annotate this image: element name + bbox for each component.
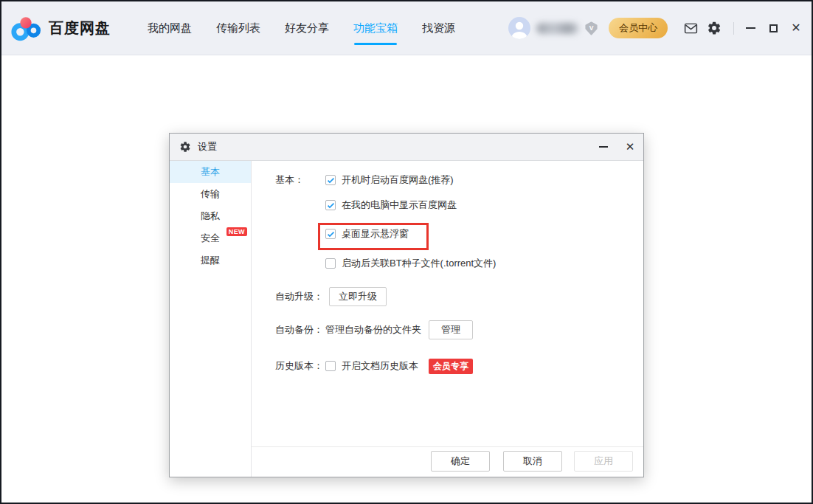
option-label: 桌面显示悬浮窗 [342,227,409,241]
option-label: 开启文档历史版本 [342,359,418,373]
option-row-doc-history[interactable]: 开启文档历史版本 会员专享 [325,359,473,373]
dialog-minimize-button[interactable] [590,134,617,160]
checkmark-icon [327,230,335,238]
content-background: 设置 ✕ 基本 传输 隐私 安全NEW 提醒 基本： [1,55,812,503]
topbar-right-cluster: V 会员中心 ✕ [508,17,803,39]
dialog-close-icon: ✕ [626,140,635,153]
nav-find-resources[interactable]: 找资源 [422,1,455,55]
window-close-button[interactable]: ✕ [789,21,803,35]
app-title: 百度网盘 [49,18,111,38]
nav-my-drive[interactable]: 我的网盘 [148,1,192,55]
checkbox-show-in-mycomputer[interactable] [325,200,336,210]
sidebar-item-label: 安全 [201,232,220,244]
dialog-minimize-icon [599,146,608,148]
manage-button[interactable]: 管理 [429,320,473,339]
mail-icon[interactable] [682,20,699,36]
option-label: 启动后关联BT种子文件(.torrent文件) [342,257,496,270]
checkbox-autostart[interactable] [325,175,336,185]
apply-button[interactable]: 应用 [574,451,633,472]
checkbox-desktop-float-window[interactable] [325,229,336,239]
main-nav: 我的网盘 传输列表 好友分享 功能宝箱 找资源 [148,1,455,55]
settings-sidebar: 基本 传输 隐私 安全NEW 提醒 [170,161,252,477]
ok-button[interactable]: 确定 [431,451,490,472]
vip-level-icon[interactable]: V [584,21,598,35]
upgrade-now-button[interactable]: 立即升级 [329,287,387,306]
settings-dialog: 设置 ✕ 基本 传输 隐私 安全NEW 提醒 基本： [169,133,644,477]
minimize-icon [746,27,755,29]
dialog-titlebar: 设置 ✕ [170,134,643,161]
footer-divider [252,446,643,447]
option-row-autostart[interactable]: 开机时启动百度网盘(推荐) [325,173,454,187]
topbar-divider [733,22,734,35]
checkmark-icon [327,176,335,184]
basic-section-label: 基本： [275,173,304,187]
person-icon [508,17,530,39]
dialog-title: 设置 [198,140,590,153]
maximize-icon [769,24,778,32]
option-row-bt-association[interactable]: 启动后关联BT种子文件(.torrent文件) [325,256,496,271]
sidebar-item-privacy[interactable]: 隐私 [170,205,251,227]
dialog-close-button[interactable]: ✕ [617,134,643,160]
window-minimize-button[interactable] [744,21,757,35]
checkbox-doc-history[interactable] [325,361,336,371]
option-label: 在我的电脑中显示百度网盘 [342,199,457,212]
window-maximize-button[interactable] [767,21,780,35]
option-label: 开机时启动百度网盘(推荐) [342,173,454,187]
settings-content: 基本： 开机时启动百度网盘(推荐) 在我的电脑中显示百度网盘 [252,161,643,477]
top-bar: 百度网盘 我的网盘 传输列表 好友分享 功能宝箱 找资源 V 会员中心 [1,1,812,55]
cancel-button[interactable]: 取消 [503,451,562,472]
nav-friend-share[interactable]: 好友分享 [285,1,329,55]
sidebar-item-reminder[interactable]: 提醒 [170,249,251,272]
new-badge: NEW [226,227,247,236]
avatar[interactable] [508,17,530,39]
option-row-desktop-float-window[interactable]: 桌面显示悬浮窗 [325,227,409,241]
close-icon: ✕ [791,22,800,34]
dialog-gear-icon [179,141,191,153]
nav-transfer-list[interactable]: 传输列表 [216,1,260,55]
svg-text:V: V [589,24,594,31]
backup-description: 管理自动备份的文件夹 [325,322,421,337]
history-version-label: 历史版本： [275,359,323,373]
baidu-netdisk-logo-icon [10,15,41,41]
settings-gear-icon[interactable] [706,20,722,36]
auto-backup-label: 自动备份： [275,322,323,337]
nav-toolbox[interactable]: 功能宝箱 [353,1,398,55]
app-window: 百度网盘 我的网盘 传输列表 好友分享 功能宝箱 找资源 V 会员中心 [0,0,813,504]
member-center-button[interactable]: 会员中心 [609,18,668,38]
checkmark-icon [327,201,335,210]
username-blurred[interactable] [536,23,579,34]
auto-upgrade-label: 自动升级： [275,289,323,304]
checkbox-bt-association[interactable] [325,258,336,269]
option-row-show-in-mycomputer[interactable]: 在我的电脑中显示百度网盘 [325,198,457,213]
sidebar-item-transfer[interactable]: 传输 [170,183,251,205]
sidebar-item-security[interactable]: 安全NEW [170,227,251,249]
member-exclusive-badge: 会员专享 [429,359,473,374]
sidebar-item-basic[interactable]: 基本 [170,161,251,183]
